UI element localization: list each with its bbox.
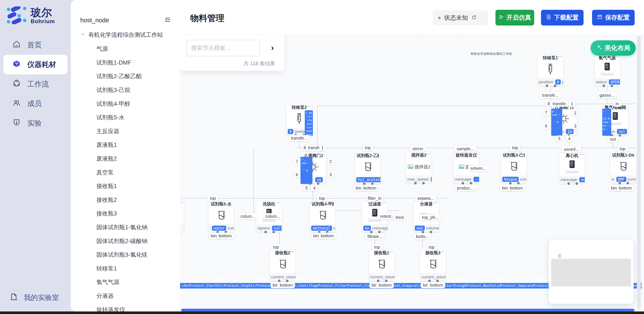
port-label[interactable]: produc... — [455, 185, 476, 191]
node-menu-icon[interactable]: ••• — [321, 153, 325, 156]
port-dot[interactable]: › — [517, 181, 520, 185]
flow-node-reagent-bottle-1[interactable]: 试剂瓶1-DMF•••e:DMFcurrent_vol›› — [610, 152, 636, 183]
tree-item[interactable]: 废液瓶1 — [96, 138, 178, 152]
sidebar-item-members[interactable]: 成员 — [0, 94, 71, 114]
node-menu-icon[interactable]: ••• — [382, 201, 386, 205]
tree-item[interactable]: 接收瓶3 — [96, 207, 178, 220]
port-label[interactable]: 5 — [556, 136, 562, 142]
port-label[interactable]: colum... — [238, 213, 258, 219]
tree-item[interactable]: 试剂瓶3-己烷 — [96, 83, 178, 97]
flow-node-hydrogen-gas-source[interactable]: 氢气气源•••Devicestatus:OPEN›› — [594, 55, 620, 86]
port-label[interactable]: bottom — [428, 282, 445, 288]
flow-node-eight-way-valve-2[interactable]: 八通阀门2•••status:nur', ion': ' ⚙›› — [300, 152, 326, 184]
tree-item[interactable]: 试剂瓶5-水 — [96, 111, 178, 125]
port-dot[interactable]: › — [567, 182, 570, 185]
port-label[interactable]: filter_in — [366, 195, 384, 201]
flow-node-reagent-bottle-3[interactable]: 试剂瓶3-己烷•••hexanecurrent_v›› — [501, 152, 527, 183]
node-menu-icon[interactable]: ••• — [180, 201, 183, 205]
sidebar-item-home[interactable]: 首页 — [0, 35, 71, 55]
node-menu-icon[interactable]: ••• — [521, 152, 526, 156]
tree-item[interactable]: 固体试剂瓶3-氯化镁 — [96, 248, 178, 262]
port-dot[interactable]: › — [626, 181, 630, 185]
port-label[interactable]: top_ph... — [420, 214, 441, 220]
tree-item[interactable]: 转移泵1 — [96, 262, 178, 276]
param-value-badge[interactable]: nu — [315, 177, 323, 182]
port-label[interactable]: bind — [394, 214, 406, 220]
port-label[interactable]: transfe... — [540, 92, 561, 98]
port-label[interactable]: solven... — [468, 165, 488, 171]
tree-item[interactable]: 试剂瓶2-乙酸乙酯 — [96, 69, 178, 83]
port-label[interactable]: top — [271, 244, 281, 250]
port-label[interactable]: centrif... — [562, 146, 581, 153]
sidebar-item-experiments[interactable]: 实验 — [0, 114, 71, 133]
param-value-badge[interactable]: wn — [363, 226, 371, 231]
port-label[interactable]: 3 — [572, 123, 578, 129]
node-menu-icon[interactable]: ••• — [290, 250, 294, 254]
port-dot[interactable]: › — [618, 181, 622, 185]
tree-item[interactable]: 分液器 — [96, 289, 178, 303]
param-value-badge[interactable]: hexane — [502, 177, 519, 182]
port-label[interactable]: 1 — [569, 101, 575, 107]
search-submit-button[interactable]: › — [267, 42, 278, 53]
param-value-badge[interactable]: own — [415, 226, 425, 231]
port-label[interactable]: bottom — [361, 185, 378, 191]
node-menu-icon[interactable]: ••• — [276, 201, 281, 205]
flow-node-receiver-bottle-2[interactable]: 接收瓶2•••current_volume:0›› — [270, 250, 296, 281]
port-label[interactable]: in — [613, 101, 621, 107]
port-dot[interactable]: › — [414, 181, 417, 185]
flow-canvas[interactable]: sferProtocol,StartStirProtocol,StopStirP… — [180, 35, 644, 312]
port-dot[interactable]: › — [264, 230, 267, 234]
port-label[interactable]: bottom — [318, 233, 336, 239]
tree-item[interactable]: 真空泵 — [96, 165, 178, 179]
param-value-badge[interactable]: null — [272, 226, 282, 231]
port-label[interactable]: top — [426, 244, 437, 250]
tree-item[interactable]: 固体试剂瓶1-氯化钠 — [96, 220, 178, 234]
tree-item[interactable]: 接收瓶1 — [96, 179, 178, 193]
port-label[interactable]: bottom — [616, 185, 634, 191]
node-menu-icon[interactable]: ••• — [623, 104, 627, 108]
flow-node-reagent-bottle-5[interactable]: 试剂瓶5-水•••:watercurrent_v›› — [208, 201, 234, 232]
port-label[interactable]: 7 — [294, 158, 300, 165]
param-value-badge[interactable]: – — [474, 177, 479, 182]
port-label[interactable]: 4 — [311, 185, 318, 191]
port-dot[interactable]: › — [575, 182, 578, 185]
port-label[interactable]: 4 — [566, 136, 572, 142]
tree-item[interactable]: 主反应器 — [96, 125, 178, 138]
sidebar-item-workflow[interactable]: 工作流 — [0, 74, 71, 94]
flow-node-receiver-bottle-3[interactable]: 接收瓶3•••current_volume:0›› — [420, 250, 446, 281]
horizontal-scrollbar[interactable] — [181, 309, 634, 312]
port-label[interactable]: stirrer — [410, 146, 425, 152]
port-dot[interactable]: › — [618, 134, 622, 137]
node-menu-icon[interactable]: ••• — [580, 153, 584, 156]
tree-item[interactable]: 气源 — [96, 42, 178, 56]
node-menu-icon[interactable]: ••• — [434, 201, 438, 205]
flow-node-reagent-bottle-2[interactable]: 试剂瓶2-乙酸乙酯•••hyl_acetatecurre›› — [355, 152, 381, 184]
flow-node-eight-way-valve-1[interactable]: 八通阀门1•••status:Idp', ion': ' ⚙›› — [551, 104, 577, 136]
port-label[interactable]: top — [372, 244, 382, 250]
node-menu-icon[interactable]: ••• — [630, 152, 635, 156]
flow-node-centrifuge[interactable]: 离心机•••Devicemessage:nullma›› — [559, 152, 585, 184]
flow-node-clipped-node[interactable]: •••d›› — [180, 201, 184, 232]
port-dot[interactable]: › — [422, 181, 425, 185]
tree-item[interactable]: 旋转蒸发仪 — [96, 303, 178, 312]
brand-logo[interactable]: 玻尔 Bohrium — [6, 6, 55, 25]
minimap-viewport[interactable] — [551, 259, 631, 286]
param-value-badge[interactable]: nul — [617, 129, 627, 134]
param-value-badge[interactable]: hyl_acetate — [356, 177, 380, 182]
tree-item[interactable]: 废液瓶2 — [96, 152, 178, 166]
tree-item[interactable]: 试剂瓶4-甲醇 — [96, 97, 178, 111]
port-label[interactable]: 2 — [572, 110, 578, 116]
port-label[interactable]: 5 — [303, 185, 310, 191]
minimap[interactable] — [549, 240, 634, 304]
flow-node-receiver-bottle-1[interactable]: 接收瓶1•••current_volume:0›› — [368, 250, 394, 281]
tree-item[interactable]: 试剂瓶1-DMF — [96, 56, 178, 70]
flow-node-stirrer-2[interactable]: 搅拌器2•••搅拌器2max_speed:2000›› — [406, 152, 432, 183]
port-label[interactable]: botto... — [414, 233, 431, 240]
param-value-badge[interactable]: water — [212, 226, 226, 231]
port-label[interactable]: 3 — [327, 172, 334, 178]
flow-node-transfer-pump-2[interactable]: 转移泵2•••0pump_info:{'de 'vir 'sta 'pos 'c… — [286, 104, 312, 136]
node-menu-icon[interactable]: ••• — [426, 152, 430, 156]
port-label[interactable]: transfe. — [550, 101, 569, 107]
port-dot[interactable]: › — [553, 84, 557, 88]
node-menu-icon[interactable]: ••• — [228, 201, 233, 205]
